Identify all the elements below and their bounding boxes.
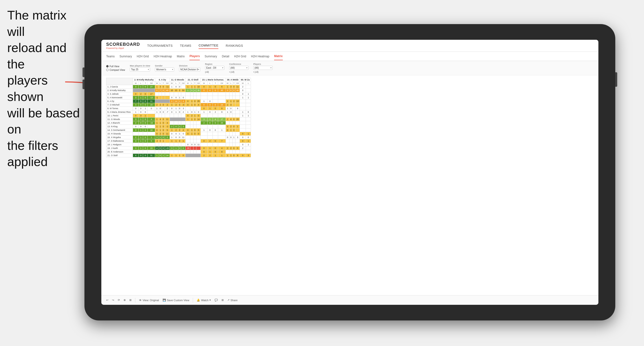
col-header-players (106, 78, 133, 85)
layout-button[interactable]: ⊞ (129, 299, 132, 302)
cell-dif: 4 (181, 128, 186, 132)
subnav-h2h-heatmap2[interactable]: H2H Heatmap (251, 53, 269, 60)
sub-col-d4: Dif (196, 82, 201, 85)
cell-l: 2 (190, 114, 193, 118)
cell-l: 1 (207, 107, 212, 110)
cell-l: 2 (159, 103, 162, 107)
redo-button[interactable]: ↪ (112, 299, 114, 302)
compact-view-radio[interactable]: Compact View (106, 69, 125, 71)
filter-division-select[interactable]: NCAA Division II ▾ (179, 67, 200, 72)
chevron-down-icon4: ▾ (222, 67, 223, 69)
cell-l (138, 150, 143, 154)
subnav-matrix2[interactable]: Matrix (274, 52, 282, 60)
filter-gender-select[interactable]: Women's ▾ (155, 67, 174, 72)
subnav-h2h-heatmap[interactable]: H2H Heatmap (154, 53, 172, 60)
cell-t (212, 143, 218, 147)
cell-l (230, 132, 232, 136)
cell-w (226, 132, 229, 136)
col-header-ady: 6. A Dy (155, 78, 170, 82)
full-view-radio[interactable]: Full View (106, 65, 125, 68)
cell-w: 0 (185, 143, 190, 147)
matrix-container[interactable]: 2. M Kelly Mulcahy 6. A Dy 11. G Woods 2… (101, 75, 598, 295)
filter-region: Region East - DII ▾ (All) (205, 63, 224, 73)
cell-dif (196, 139, 201, 143)
zoom-button[interactable]: ⊕ (124, 299, 126, 302)
grid-button[interactable]: ⊞ (222, 299, 224, 302)
cell-w (185, 150, 190, 154)
watch-button[interactable]: 🔔 Watch ▾ (197, 299, 211, 302)
cell-w: 2 (200, 154, 207, 157)
subnav-summary2[interactable]: Summary (204, 53, 217, 60)
sub-col-t3: T (178, 82, 181, 85)
cell-l: 0 (230, 136, 232, 139)
cell-dif (181, 143, 186, 147)
cell-l (207, 136, 212, 139)
share-button[interactable]: ↗ Share (227, 299, 238, 302)
cell-l (207, 96, 212, 100)
cell-w: 3 (133, 96, 138, 100)
subnav-detail[interactable]: Detail (222, 53, 229, 60)
cell-w (155, 150, 159, 154)
cell-l: 4 (207, 103, 212, 107)
subnav-h2h-grid2[interactable]: H2H Grid (234, 53, 246, 60)
filter-region-select[interactable]: East - DII ▾ (205, 66, 224, 70)
view-options: Full View Compact View (106, 65, 125, 71)
cell-t (193, 136, 196, 139)
cell-dif: 11 (236, 85, 240, 89)
cell-l (207, 125, 212, 128)
col-header-woods: 11. G Woods (170, 78, 185, 82)
cell-w: 0 (185, 128, 190, 132)
cell-w (155, 92, 159, 96)
cell-self (170, 118, 185, 121)
refresh-button[interactable]: ⟳ (118, 299, 120, 302)
cell-l (246, 89, 251, 92)
filter-region-label: Region (205, 63, 224, 65)
cell-l: 6 (230, 89, 232, 92)
subnav-summary[interactable]: Summary (120, 53, 132, 60)
filter-max-players-select[interactable]: Top 25 ▾ (130, 67, 150, 72)
nav-tournaments[interactable]: TOURNAMENTS (147, 43, 173, 49)
subnav-players[interactable]: Players (190, 52, 200, 60)
cell-dif: 11 (165, 118, 170, 121)
filter-players-select[interactable]: (All) ▾ (253, 66, 273, 70)
filter-conference-select[interactable]: (All) ▾ (229, 66, 248, 70)
subnav-matrix[interactable]: Matrix (177, 53, 185, 60)
player-name-cell: 1. J Garcia (106, 85, 133, 89)
matrix-table: 2. M Kelly Mulcahy 6. A Dy 11. G Woods 2… (106, 78, 251, 157)
col-header-za: 60. W Za (240, 78, 251, 82)
cell-dif (148, 143, 155, 147)
cell-l (230, 114, 232, 118)
cell-l: 0 (138, 100, 143, 103)
nav-committee[interactable]: COMMITTEE (198, 42, 218, 49)
subnav-h2h-grid[interactable]: H2H Grid (137, 53, 149, 60)
chevron-down-icon6: ▾ (270, 67, 272, 69)
comment-button[interactable]: 💬 (214, 299, 218, 302)
save-custom-button[interactable]: 💾 Save Custom View (163, 299, 190, 302)
nav-rankings[interactable]: RANKINGS (226, 43, 243, 49)
filter-division-label: Division (179, 65, 200, 67)
cell-l: 0 (207, 110, 212, 114)
cell-l (246, 118, 251, 121)
undo-button[interactable]: ↩ (106, 299, 108, 302)
cell-w (170, 92, 174, 96)
cell-dif (236, 139, 240, 143)
table-row: 16. X Mcgaha2101310010011001300 (106, 136, 251, 139)
nav-teams[interactable]: TEAMS (180, 43, 191, 49)
cell-w: 3 (170, 147, 174, 150)
cell-l: 0 (159, 107, 162, 110)
cell-w: 0 (200, 139, 207, 143)
cell-l (190, 136, 193, 139)
cell-w: 3 (133, 139, 138, 143)
filter-players: Players (All) ▾ • (All) (253, 63, 273, 73)
cell-l: 1 (207, 150, 212, 154)
cell-t (232, 92, 236, 96)
cell-dif: 8 (218, 150, 226, 154)
subnav-teams[interactable]: Teams (106, 53, 114, 60)
view-original-button[interactable]: 👁 View: Original (139, 299, 159, 302)
table-row: 3. S Jelinek0201701 (106, 92, 251, 96)
cell-l: 0 (138, 121, 143, 125)
cell-dif: 24 (218, 103, 226, 107)
watch-chevron: ▾ (210, 299, 211, 302)
cell-w: 0 (240, 92, 246, 96)
cell-dif (218, 136, 226, 139)
